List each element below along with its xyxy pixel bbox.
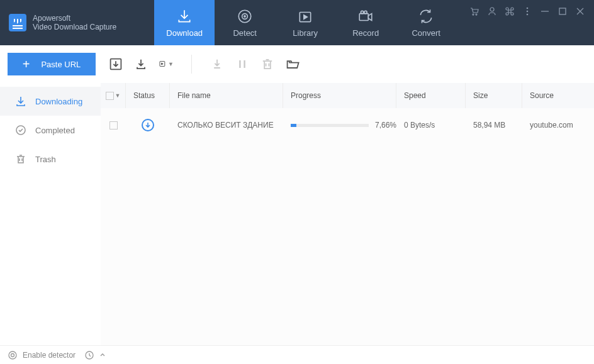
cart-icon[interactable] (469, 6, 479, 16)
main-tabs: Download Detect Library Record Convert (154, 0, 456, 45)
cell-speed: 0 Bytes/s (396, 121, 466, 130)
svg-point-13 (527, 14, 529, 16)
tab-download[interactable]: Download (154, 0, 215, 45)
detect-icon (237, 8, 253, 25)
app-logo-area: Apowersoft Video Download Capture (0, 0, 129, 45)
table-header: ▼ Status File name Progress Speed Size S… (101, 83, 594, 108)
svg-point-23 (9, 351, 16, 359)
open-folder-icon[interactable] (285, 57, 300, 72)
select-all-checkbox[interactable] (106, 92, 114, 100)
maximize-button[interactable] (558, 6, 568, 16)
footer: Enable detector (0, 345, 594, 364)
chevron-down-icon: ▼ (168, 61, 174, 67)
downloading-icon (15, 96, 26, 107)
tab-detect[interactable]: Detect (215, 0, 275, 45)
app-vendor: Apowersoft (33, 14, 116, 23)
svg-point-12 (527, 11, 529, 13)
cell-filename: СКОЛЬКО ВЕСИТ ЗДАНИЕ (170, 121, 283, 130)
tab-convert[interactable]: Convert (396, 0, 456, 45)
svg-point-9 (364, 11, 367, 13)
svg-point-24 (11, 353, 14, 356)
col-speed[interactable]: Speed (396, 83, 466, 108)
cell-source: youtube.com (522, 121, 594, 130)
downloading-status-icon[interactable] (142, 119, 154, 131)
detector-icon (8, 350, 18, 360)
record-icon (357, 8, 374, 25)
sidebar-item-label: Downloading (35, 97, 82, 106)
table-row[interactable]: СКОЛЬКО ВЕСИТ ЗДАНИЕ 7,66% 0 Bytes/s 58,… (101, 108, 594, 142)
completed-icon (15, 124, 26, 136)
svg-point-5 (244, 15, 245, 16)
col-size[interactable]: Size (466, 83, 522, 108)
delete-icon[interactable] (260, 57, 275, 72)
svg-point-11 (527, 8, 529, 9)
trash-icon (15, 153, 26, 165)
progress-text: 7,66% (375, 121, 396, 130)
speed-toggle[interactable] (84, 350, 106, 360)
sidebar-item-label: Trash (35, 155, 56, 164)
svg-rect-2 (13, 28, 23, 29)
col-filename[interactable]: File name (170, 83, 283, 108)
svg-rect-7 (359, 13, 368, 20)
menu-dots-icon[interactable] (522, 6, 532, 16)
separator (191, 55, 192, 74)
download-icon (176, 8, 193, 25)
chevron-down-icon[interactable]: ▼ (115, 92, 121, 99)
batch-download-icon[interactable] (133, 57, 148, 72)
content-area: ▼ Status File name Progress Speed Size S… (101, 83, 594, 345)
col-status[interactable]: Status (126, 83, 170, 108)
library-icon (297, 8, 313, 25)
tab-library[interactable]: Library (275, 0, 335, 45)
svg-rect-15 (559, 8, 566, 14)
close-button[interactable] (575, 6, 585, 16)
command-icon[interactable] (505, 6, 515, 16)
app-logo-icon (9, 14, 26, 31)
clock-icon (84, 350, 94, 360)
row-checkbox[interactable] (109, 121, 118, 130)
sidebar-item-completed[interactable]: Completed (0, 116, 101, 145)
add-to-convert-icon[interactable]: ▼ (159, 57, 174, 72)
download-all-icon[interactable] (108, 57, 123, 72)
col-progress[interactable]: Progress (283, 83, 396, 108)
paste-url-button[interactable]: + Paste URL (8, 53, 96, 75)
svg-point-8 (361, 11, 364, 13)
sidebar: Downloading Completed Trash (0, 83, 101, 345)
svg-rect-1 (13, 25, 23, 26)
enable-detector-button[interactable]: Enable detector (8, 350, 76, 360)
chevron-up-icon (99, 352, 106, 358)
svg-point-10 (490, 8, 494, 11)
tab-record[interactable]: Record (335, 0, 396, 45)
app-name: Video Download Capture (33, 23, 116, 31)
sidebar-item-label: Completed (35, 126, 75, 135)
pause-icon[interactable] (235, 57, 250, 72)
plus-icon: + (23, 57, 30, 72)
user-icon[interactable] (487, 6, 497, 16)
progress-bar (291, 124, 369, 127)
convert-icon (418, 8, 434, 25)
cell-size: 58,94 MB (466, 121, 522, 130)
col-source[interactable]: Source (522, 83, 594, 108)
sidebar-item-downloading[interactable]: Downloading (0, 87, 101, 116)
minimize-button[interactable] (540, 6, 550, 16)
start-icon[interactable] (210, 57, 225, 72)
sidebar-item-trash[interactable]: Trash (0, 145, 101, 174)
